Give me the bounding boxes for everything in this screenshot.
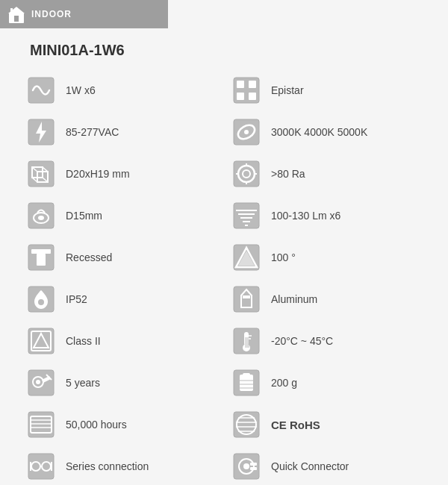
spec-warranty: 5 years bbox=[22, 362, 228, 404]
spec-lumen: 100-130 Lm x6 bbox=[228, 195, 433, 237]
ip-icon bbox=[25, 284, 57, 315]
svg-rect-63 bbox=[240, 375, 253, 391]
spec-temp: -20°C ~ 45°C bbox=[228, 320, 433, 362]
cct-text: 3000K 4000K 5000K bbox=[271, 126, 367, 138]
svg-rect-6 bbox=[237, 81, 244, 88]
cert-icon bbox=[231, 409, 262, 440]
svg-point-14 bbox=[244, 130, 249, 134]
brand-text: Epistar bbox=[271, 84, 304, 96]
voltage-text: 85-277VAC bbox=[66, 126, 119, 138]
spec-ip: IP52 bbox=[22, 278, 228, 320]
svg-rect-32 bbox=[234, 203, 259, 228]
cri-icon bbox=[231, 158, 262, 190]
warranty-icon bbox=[25, 367, 57, 398]
mount-icon bbox=[25, 242, 57, 273]
material-icon bbox=[231, 284, 262, 315]
dimensions-icon bbox=[25, 158, 57, 190]
svg-point-31 bbox=[38, 216, 44, 220]
spec-dimensions: D20xH19 mm bbox=[22, 153, 228, 195]
svg-point-88 bbox=[243, 463, 249, 469]
weight-icon bbox=[231, 367, 262, 398]
connector-text: Quick Connector bbox=[271, 460, 349, 472]
svg-rect-39 bbox=[31, 249, 51, 254]
dimensions-text: D20xH19 mm bbox=[66, 168, 130, 180]
svg-rect-3 bbox=[10, 8, 13, 12]
spec-class: Class II bbox=[22, 320, 228, 362]
spec-cri: >80 Ra bbox=[228, 153, 433, 195]
spec-power: 1W x6 bbox=[22, 69, 228, 111]
spec-aperture: D15mm bbox=[22, 195, 228, 237]
header-banner: INDOOR bbox=[0, 0, 168, 28]
lumen-icon bbox=[231, 200, 262, 231]
connection-text: Series connection bbox=[66, 460, 149, 472]
connection-icon bbox=[25, 451, 57, 482]
svg-point-60 bbox=[36, 380, 40, 384]
ip-text: IP52 bbox=[66, 293, 87, 305]
product-title: MINI01A-1W6 bbox=[30, 42, 448, 59]
svg-rect-64 bbox=[243, 373, 250, 377]
cri-text: >80 Ra bbox=[271, 168, 305, 180]
spec-weight: 200 g bbox=[228, 362, 433, 404]
voltage-icon bbox=[25, 116, 57, 148]
spec-brand: Epistar bbox=[228, 69, 433, 111]
svg-rect-48 bbox=[243, 295, 250, 298]
connector-icon bbox=[231, 451, 262, 482]
angle-icon bbox=[231, 242, 262, 273]
header-label: INDOOR bbox=[31, 9, 72, 19]
brand-icon bbox=[231, 75, 262, 106]
aperture-icon bbox=[25, 200, 57, 231]
mount-text: Recessed bbox=[66, 251, 112, 263]
spec-lifetime: 50,000 hours bbox=[22, 404, 228, 445]
svg-rect-86 bbox=[250, 463, 257, 466]
spec-voltage: 85-277VAC bbox=[22, 111, 228, 153]
svg-rect-9 bbox=[249, 93, 256, 100]
spec-material: Aluminum bbox=[228, 278, 433, 320]
weight-text: 200 g bbox=[271, 377, 297, 389]
specs-grid: 1W x6 Epistar 85-277VAC bbox=[0, 69, 448, 485]
aperture-text: D15mm bbox=[66, 210, 102, 222]
spec-cert: CE RoHS bbox=[228, 404, 433, 445]
indoor-icon bbox=[7, 5, 25, 23]
cert-text: CE RoHS bbox=[271, 419, 320, 431]
power-icon bbox=[25, 75, 57, 106]
spec-mount: Recessed bbox=[22, 237, 228, 278]
lumen-text: 100-130 Lm x6 bbox=[271, 210, 340, 222]
svg-rect-73 bbox=[234, 412, 259, 437]
spec-cct: 3000K 4000K 5000K bbox=[228, 111, 433, 153]
warranty-text: 5 years bbox=[66, 377, 100, 389]
svg-rect-7 bbox=[249, 81, 256, 88]
cct-icon bbox=[231, 116, 262, 148]
material-text: Aluminum bbox=[271, 293, 317, 305]
svg-rect-87 bbox=[250, 467, 257, 470]
temp-icon bbox=[231, 325, 262, 357]
temp-text: -20°C ~ 45°C bbox=[271, 335, 333, 347]
svg-rect-2 bbox=[14, 16, 19, 22]
lifetime-text: 50,000 hours bbox=[66, 419, 127, 431]
svg-rect-40 bbox=[37, 254, 46, 266]
angle-text: 100 ° bbox=[271, 251, 296, 263]
class-icon bbox=[25, 325, 57, 357]
svg-point-45 bbox=[38, 299, 44, 305]
svg-rect-8 bbox=[237, 93, 244, 100]
power-text: 1W x6 bbox=[66, 84, 96, 96]
spec-connector: Quick Connector bbox=[228, 445, 433, 485]
spec-angle: 100 ° bbox=[228, 237, 433, 278]
lifetime-icon bbox=[25, 409, 57, 440]
spec-connection: Series connection bbox=[22, 445, 228, 485]
class-text: Class II bbox=[66, 335, 101, 347]
